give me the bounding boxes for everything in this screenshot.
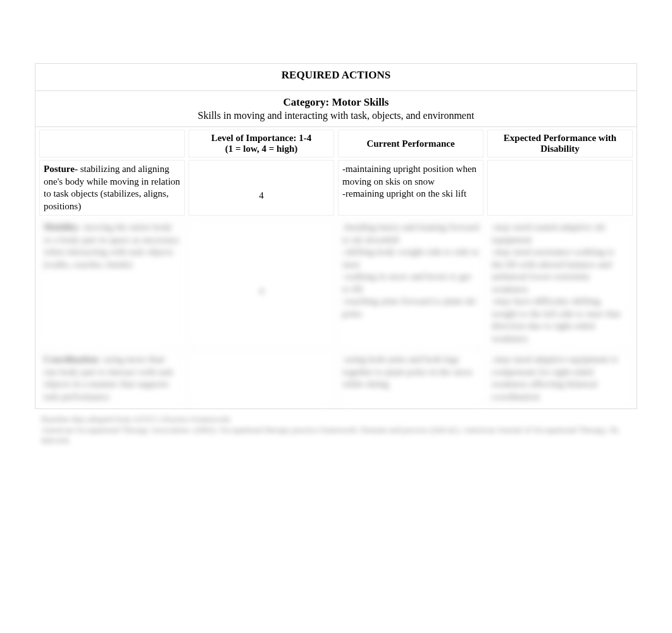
row-rating: 4 <box>189 160 334 216</box>
category-desc: Skills in moving and interacting with ta… <box>38 110 634 121</box>
title: REQUIRED ACTIONS <box>35 64 637 91</box>
row-current: -bending knees and leaning forward to sk… <box>338 218 483 348</box>
header-importance-line2: (1 = low, 4 = high) <box>193 144 330 154</box>
actions-table: Level of Importance: 1-4 (1 = low, 4 = h… <box>35 127 637 409</box>
table-header-row: Level of Importance: 1-4 (1 = low, 4 = h… <box>39 130 633 157</box>
row-rating <box>189 350 334 406</box>
header-importance-line1: Level of Importance: 1-4 <box>193 133 330 144</box>
row-term: Mobility- <box>44 222 84 232</box>
document-frame: REQUIRED ACTIONS Category: Motor Skills … <box>35 63 637 409</box>
row-expected <box>487 160 633 216</box>
row-rating: 4 <box>189 218 334 348</box>
row-definition: Coordination- using more than one body p… <box>39 350 185 406</box>
row-term: Coordination- <box>44 354 104 364</box>
header-importance: Level of Importance: 1-4 (1 = low, 4 = h… <box>189 130 334 157</box>
row-term: Posture- <box>44 164 80 174</box>
header-blank <box>39 130 185 157</box>
category-label: Category: Motor Skills <box>38 96 634 109</box>
table-row: Coordination- using more than one body p… <box>39 350 633 406</box>
row-definition: Posture- stabilizing and aligning one's … <box>39 160 185 216</box>
footnote: Baseline data adopted from AOTAʼs Practi… <box>35 409 637 449</box>
category-block: Category: Motor Skills Skills in moving … <box>35 91 637 127</box>
row-expected: -may need adaptive equipment to compensa… <box>487 350 633 406</box>
table-row: Mobility- moving the entire body or a bo… <box>39 218 633 348</box>
table-row: Posture- stabilizing and aligning one's … <box>39 160 633 216</box>
row-current: -maintaining upright position when movin… <box>338 160 483 216</box>
header-current: Current Performance <box>338 130 483 157</box>
header-expected: Expected Performance with Disability <box>487 130 633 157</box>
row-definition: Mobility- moving the entire body or a bo… <box>39 218 185 348</box>
row-expected: -may need seated adaptive ski equipment-… <box>487 218 633 348</box>
row-current: -using both arms and both legs together … <box>338 350 483 406</box>
